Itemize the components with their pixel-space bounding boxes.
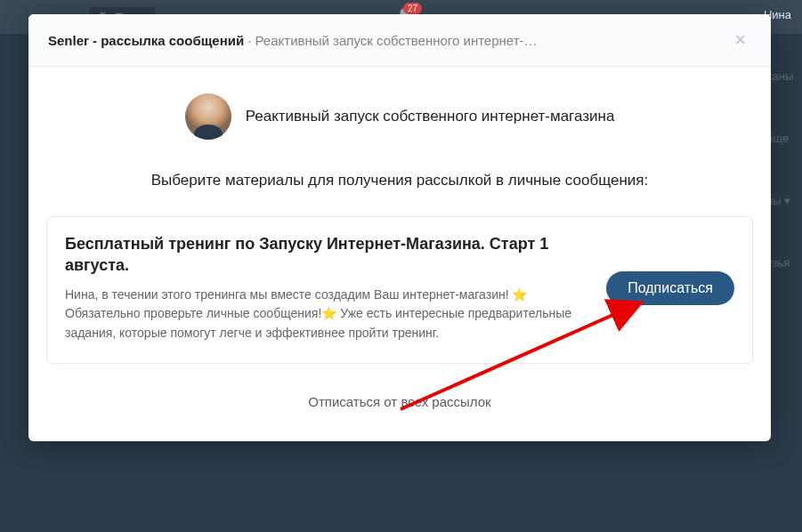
notification-badge: 27 <box>403 3 422 14</box>
author-row: Реактивный запуск собственного интернет-… <box>46 93 753 140</box>
subscribe-button[interactable]: Подписаться <box>606 271 734 305</box>
close-icon[interactable]: × <box>729 28 751 52</box>
modal-header: Senler - рассылка сообщений · Реактивный… <box>28 14 771 67</box>
unsubscribe-all-link[interactable]: Отписаться от всех рассылок <box>46 394 753 409</box>
subscription-card: Бесплатный тренинг по Запуску Интернет-М… <box>46 216 753 364</box>
modal-subtitle: · Реактивный запуск собственного интерне… <box>247 33 537 48</box>
modal-title: Senler - рассылка сообщений <box>48 33 244 48</box>
subscription-modal: Senler - рассылка сообщений · Реактивный… <box>28 14 771 441</box>
instruction-text: Выберите материалы для получения рассылк… <box>46 172 753 189</box>
bg-sidebar-fragments: саны бще ны ▾ узья <box>766 34 802 283</box>
card-title: Бесплатный тренинг по Запуску Интернет-М… <box>65 233 585 277</box>
author-name: Реактивный запуск собственного интернет-… <box>246 108 615 125</box>
modal-body: Реактивный запуск собственного интернет-… <box>28 67 771 441</box>
card-content: Бесплатный тренинг по Запуску Интернет-М… <box>65 233 585 343</box>
avatar[interactable] <box>185 93 231 140</box>
card-description: Нина, в течении этого тренинга мы вместе… <box>65 286 585 343</box>
